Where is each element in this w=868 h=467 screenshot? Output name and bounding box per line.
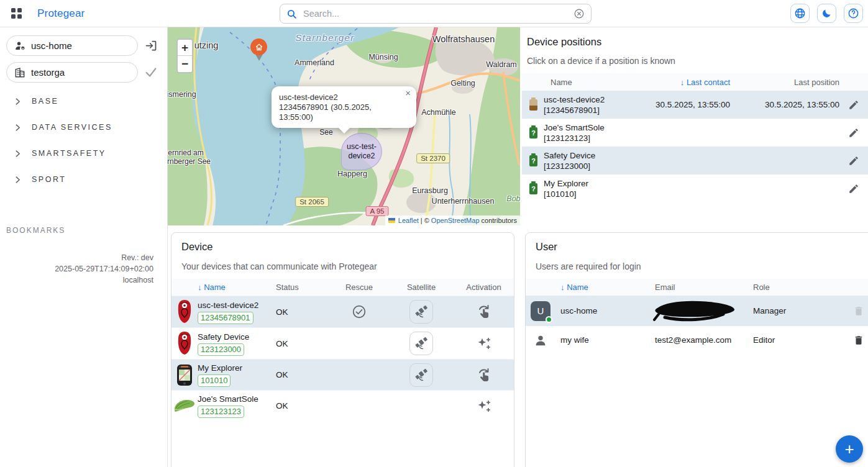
chevron-right-icon [14,97,22,106]
sidebar-section-sport[interactable]: SPORT [0,166,167,193]
globe-icon [794,7,806,19]
org-confirm-check-icon[interactable] [144,65,158,79]
table-row[interactable]: ? Joe's SmartSole [123123123] [522,119,868,147]
openstreetmap-link[interactable]: OpenStreetMap [431,217,480,224]
chevron-right-icon [14,176,22,184]
device-id-badge: 123123000 [198,343,244,356]
column-header-name[interactable]: ↓ Name [198,283,276,292]
edit-pencil-icon[interactable] [846,153,861,168]
column-header-activation[interactable]: Activation [454,283,514,292]
map-label-bober: Bober [506,194,520,203]
device-table: ↓ Name Status Rescue Satellite Activatio… [171,279,514,421]
sort-descending-icon: ↓ [198,283,202,292]
activation-tap-icon[interactable] [454,367,514,383]
edit-pencil-icon[interactable] [846,125,861,140]
dark-mode-button[interactable] [817,4,836,23]
device-map-marker[interactable] [250,39,267,63]
top-bar: Protegear [0,0,868,27]
map-label-achmuehle: Achmühle [421,108,456,117]
activation-sparkles-icon[interactable] [454,399,514,414]
user-table: ↓ Name Email Role U usc-home [526,279,868,354]
table-row[interactable]: usc-test-device2 [12345678901] 30.5.2025… [522,91,868,119]
attribution-separator: | © [421,217,429,224]
org-scope-input[interactable] [31,67,130,78]
map-label-starnberger-see: Starnberger [295,32,355,43]
popup-close-icon[interactable]: × [405,89,411,97]
sort-descending-icon: ↓ [560,283,565,292]
sidebar-section-smartsafety[interactable]: SMARTSAFETY [0,140,167,166]
enter-scope-icon[interactable] [144,38,158,53]
device-area-label[interactable]: usc-test-device2 [341,133,382,170]
map-label-muensing: Münsing [368,53,398,61]
add-button[interactable]: + [836,435,863,463]
table-row[interactable]: my wife test2@example.com Editor [526,326,868,354]
map-label-tutzing: utzing [194,40,219,50]
device-id-badge: 12345678901 [198,312,254,324]
battery-unknown-icon: ? [529,183,537,194]
battery-unknown-icon: ? [529,155,537,166]
table-header-row: Name ↓ Last contact Last position [522,73,868,91]
help-button[interactable] [844,4,863,23]
sidebar-section-data-services[interactable]: DATA SERVICES [0,114,167,140]
column-header-email[interactable]: Email [655,283,753,292]
edit-pencil-icon[interactable] [846,181,861,196]
column-header-last-contact[interactable]: ↓ Last contact [606,78,730,87]
search-input[interactable] [303,9,573,19]
section-label: DATA SERVICES [32,123,112,132]
column-header-name[interactable]: ↓ Name [560,283,655,292]
column-header-role[interactable]: Role [753,283,845,292]
activation-tap-icon[interactable] [454,304,514,320]
user-scope-input[interactable] [31,40,130,51]
delete-trash-icon[interactable] [851,304,866,319]
table-row[interactable]: My Explorer 101010 OK [171,359,514,390]
table-row[interactable]: Joe's SmartSole 123123123 OK [171,390,514,421]
sidebar-section-base[interactable]: BASE [0,88,167,114]
column-header-status[interactable]: Status [276,283,329,292]
language-button[interactable] [790,4,810,23]
sort-descending-icon: ↓ [680,78,685,87]
map-label-gelting: Gelting [450,79,475,88]
edit-pencil-icon[interactable] [846,97,861,112]
app-title[interactable]: Protegear [37,7,85,20]
delete-trash-icon[interactable] [851,333,866,348]
top-actions [790,4,863,23]
column-header-rescue[interactable]: Rescue [329,283,389,292]
road-shield-a95: A 95 [365,206,388,216]
activation-sparkles-icon[interactable] [454,336,514,351]
popup-device-name: usc-test-device2 [279,93,408,102]
device-status: OK [276,339,329,348]
table-row[interactable]: usc-test-device2 12345678901 OK [171,296,514,327]
map-label-wolfratshausen: Wolfratshausen [432,34,495,44]
satellite-button[interactable] [409,363,433,387]
app-root: Protegear [0,0,868,467]
column-header-satellite[interactable]: Satellite [389,283,454,292]
column-header-last-position[interactable]: Last position [730,78,839,87]
ukraine-flag-icon [388,218,395,223]
satellite-button[interactable] [409,332,433,355]
chevron-right-icon [14,150,22,158]
search-icon [286,9,297,19]
device-positions-table: Name ↓ Last contact Last position usc-te… [522,73,868,202]
table-row[interactable]: ? My Explorer [101010] [522,175,868,202]
app-grid-icon[interactable] [9,6,24,21]
leaflet-link[interactable]: Leaflet [398,217,419,224]
search-clear-icon[interactable] [573,8,585,19]
user-role: Editor [753,335,845,345]
table-row[interactable]: U usc-home Manager [526,296,868,326]
table-row[interactable]: ? Safety Device [123123000] [522,147,868,175]
map-label-bernried: Bernried am Starnberger See [168,148,211,166]
zoom-in-button[interactable]: + [178,40,192,56]
device-image-gps-handheld [171,364,198,386]
person-icon [534,333,547,347]
user-name: usc-home [560,306,655,315]
online-status-dot [546,316,552,323]
user-name: my wife [560,335,655,345]
last-position-value: 30.5.2025, 13:55:00 [730,100,839,109]
satellite-button[interactable] [409,300,433,324]
user-card-subtitle: Users are required for login [536,261,868,271]
map[interactable]: Starnberger utzing Ammerland Münsing Wol… [168,27,520,225]
device-name: My Explorer [198,363,276,373]
column-header-name[interactable]: Name [529,78,606,87]
zoom-out-button[interactable]: − [178,56,192,72]
table-row[interactable]: Safety Device 123123000 OK [171,327,514,359]
